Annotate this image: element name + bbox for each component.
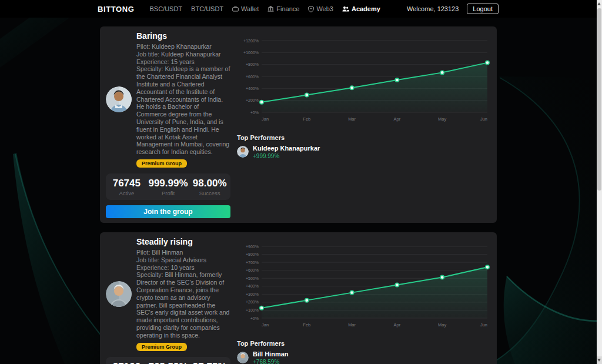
stats-panel: 27166 Active 768.59% Profit 97.75% Succe… (106, 357, 230, 364)
svg-text:+600%: +600% (246, 268, 259, 272)
scroll-up-button[interactable] (597, 0, 602, 8)
svg-text:Feb: Feb (303, 322, 310, 328)
group-card-barings: Barings Pilot: Kuldeep Khanapurkar Job t… (100, 26, 497, 223)
top-performers-title: Top Performers (237, 134, 491, 141)
nav-item-finance[interactable]: Web3 Finance (267, 5, 299, 12)
svg-text:+1000%: +1000% (243, 51, 259, 55)
pilot-avatar (106, 281, 132, 307)
shield-icon (308, 6, 314, 12)
performer-change: +999.99% (253, 153, 320, 159)
vertical-scrollbar[interactable] (597, 0, 602, 364)
top-bar: BITTONG BSC/USDT BTC/USDT Wallet Web3 Fi… (0, 0, 602, 18)
nav-item-btc-usdt[interactable]: BTC/USDT (191, 5, 223, 12)
svg-text:+800%: +800% (246, 252, 259, 256)
job-title-detail: Job title: Kuldeep Khanapurkar (136, 51, 230, 58)
top-performer-row: Kuldeep Khanapurkar +999.99% (237, 145, 491, 159)
pilot-detail: Pilot: Bill Hinman (136, 249, 230, 256)
svg-text:+100%: +100% (246, 308, 259, 312)
performer-avatar (237, 146, 249, 158)
svg-text:+400%: +400% (246, 284, 259, 288)
svg-text:+800%: +800% (246, 62, 259, 66)
content: Barings Pilot: Kuldeep Khanapurkar Job t… (100, 26, 497, 364)
brand-logo[interactable]: BITTONG (98, 5, 134, 14)
experience-detail: Experience: 10 years (136, 264, 230, 272)
premium-badge: Premium Group (136, 159, 187, 168)
scroll-down-icon (597, 359, 601, 362)
pilot-detail: Pilot: Kuldeep Khanapurkar (136, 43, 230, 51)
svg-text:+0%: +0% (250, 316, 259, 320)
nav-item-academy[interactable]: Academy (342, 5, 380, 12)
svg-text:Apr: Apr (394, 322, 401, 328)
main-nav: BSC/USDT BTC/USDT Wallet Web3 Finance (149, 5, 380, 12)
svg-text:+700%: +700% (246, 261, 259, 265)
nav-item-wallet[interactable]: Wallet (232, 5, 259, 12)
experience-detail: Experience: 15 years (136, 58, 230, 66)
svg-text:May: May (438, 116, 446, 122)
svg-text:+500%: +500% (246, 276, 259, 280)
stat-success: 97.75% Success (189, 361, 230, 364)
group-title: Steadily rising (136, 237, 230, 246)
performer-name: Kuldeep Khanapurkar (253, 145, 320, 152)
svg-text:+1200%: +1200% (243, 39, 259, 43)
logout-button[interactable]: Logout (467, 4, 499, 14)
stat-active: 27166 Active (106, 361, 148, 364)
svg-text:Jun: Jun (480, 322, 487, 328)
svg-text:+600%: +600% (246, 75, 259, 79)
performer-avatar (237, 352, 249, 363)
svg-text:Feb: Feb (303, 116, 310, 122)
svg-text:Mar: Mar (348, 116, 356, 122)
job-title-detail: Job title: Special Advisors (136, 256, 230, 264)
stat-active: 76745 Active (106, 178, 148, 196)
svg-text:Apr: Apr (394, 116, 401, 122)
svg-text:+300%: +300% (246, 292, 259, 296)
performer-name: Bill Hinman (253, 350, 289, 358)
premium-badge: Premium Group (136, 343, 187, 351)
svg-text:+200%: +200% (246, 98, 259, 102)
performance-chart: +0%+100%+200%+300%+400%+500%+600%+700%+8… (237, 241, 491, 332)
stat-success: 98.00% Success (189, 178, 230, 196)
top-performer-row: Bill Hinman +768.59% (237, 350, 491, 364)
people-icon (342, 6, 349, 12)
svg-text:Jan: Jan (262, 322, 269, 328)
welcome-text: Welcome, 123123 (407, 5, 459, 12)
svg-text:+0%: +0% (250, 111, 259, 115)
svg-text:May: May (438, 322, 446, 328)
stat-profit: 999.99% Profit (148, 178, 189, 196)
svg-text:+400%: +400% (246, 86, 259, 91)
specialty-detail: Specialty: Bill Hinman, formerly Directo… (136, 271, 230, 339)
svg-text:+900%: +900% (246, 244, 259, 248)
join-group-button[interactable]: Join the group (106, 205, 230, 218)
svg-text:Jan: Jan (262, 116, 269, 122)
scroll-down-button[interactable] (597, 356, 602, 364)
stat-profit: 768.59% Profit (148, 361, 189, 364)
briefcase-icon (232, 6, 239, 12)
stats-panel: 76745 Active 999.99% Profit 98.00% Succe… (106, 173, 230, 200)
svg-text:Jun: Jun (480, 116, 487, 122)
pilot-avatar (106, 86, 132, 112)
svg-text:Mar: Mar (348, 322, 356, 328)
performer-change: +768.59% (253, 359, 289, 364)
group-title: Barings (136, 31, 230, 41)
specialty-detail: Specialty: Kuldeep is a member of the Ch… (136, 65, 230, 156)
group-card-steadily-rising: Steadily rising Pilot: Bill Hinman Job t… (100, 232, 497, 364)
scroll-up-icon (597, 2, 601, 5)
top-performers-title: Top Performers (237, 340, 491, 347)
svg-text:+200%: +200% (246, 300, 259, 304)
nav-item-bsc-usdt[interactable]: BSC/USDT (149, 5, 182, 12)
scrollbar-thumb[interactable] (597, 8, 601, 191)
performance-chart: +0%+200%+400%+600%+800%+1000%+1200%JanFe… (237, 35, 491, 126)
bank-icon (267, 6, 274, 12)
nav-item-web3[interactable]: Web3 (308, 5, 333, 12)
